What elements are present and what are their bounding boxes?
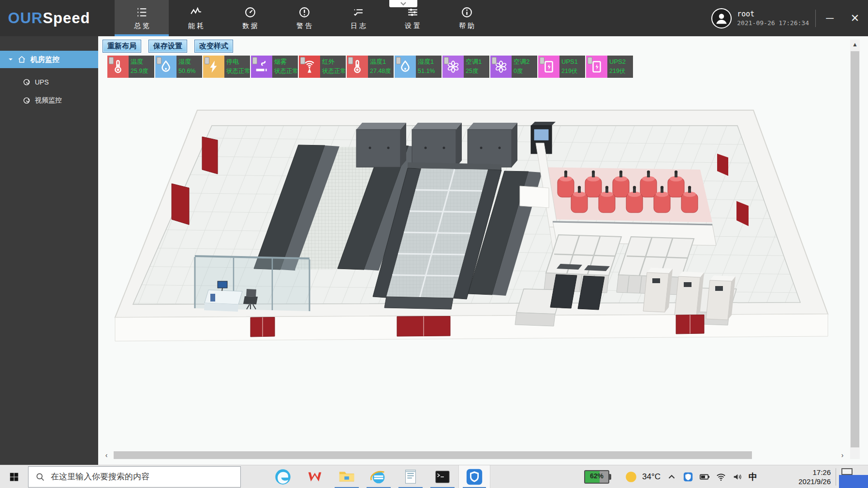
sensor-badge-6[interactable]: 湿度1 51.1% <box>395 56 441 78</box>
sensor-badge-3[interactable]: 烟雾 状态正常 <box>251 56 298 78</box>
vertical-scroll-thumb[interactable] <box>851 51 859 447</box>
collapse-header-tab[interactable] <box>389 0 417 7</box>
toolbar-button-label: 重新布局 <box>107 42 136 50</box>
sidebar-item-2[interactable]: 视频监控 <box>0 96 98 105</box>
windows-logo-icon <box>9 472 19 482</box>
badge-handle <box>109 57 114 64</box>
dial-icon <box>23 97 30 104</box>
badge-handle <box>300 57 305 64</box>
toolbar-button-2[interactable]: 改变样式 <box>194 40 233 53</box>
chevron-down-icon <box>400 1 407 6</box>
start-button[interactable] <box>0 465 28 488</box>
minimize-button[interactable]: ─ <box>817 0 843 36</box>
sensor-value: 状态正常 <box>274 67 297 75</box>
nav-tab-3[interactable]: 警 告 <box>277 0 331 36</box>
taskbar-app-wps[interactable] <box>299 465 331 488</box>
taskbar-app-edge[interactable] <box>267 465 299 488</box>
main-nav: 总 览 能 耗 数 据 警 告 日 志 设 置 帮 助 <box>115 0 494 36</box>
taskbar-clock[interactable]: 17:26 2021/9/26 <box>780 465 831 488</box>
badge-handle <box>157 57 162 64</box>
sensor-badge-7[interactable]: 空调1 25度 <box>442 56 489 78</box>
search-input[interactable] <box>51 472 234 482</box>
home-icon <box>17 55 26 64</box>
file-explorer-icon <box>338 468 356 486</box>
sensor-badge-10[interactable]: UPS2 219伏 <box>586 56 633 78</box>
dial-icon <box>23 78 30 86</box>
wps-icon <box>306 468 324 486</box>
taskbar-search[interactable] <box>28 466 241 488</box>
popup-window-corner[interactable] <box>839 475 868 488</box>
tray-battery-icon[interactable] <box>699 472 710 482</box>
info-icon <box>461 6 473 18</box>
nav-label: 警 告 <box>296 22 312 30</box>
horizontal-scroll-thumb[interactable] <box>114 451 752 459</box>
nav-tab-0[interactable]: 总 览 <box>115 0 169 36</box>
battery-nub <box>609 474 611 480</box>
sensor-value: 状态正常 <box>226 67 249 75</box>
taskbar-app-cmd[interactable] <box>427 465 458 488</box>
ie-icon <box>369 468 388 486</box>
taskbar-app-shield-app[interactable] <box>458 465 490 488</box>
close-button[interactable]: ✕ <box>842 0 868 36</box>
toolbar-button-label: 改变样式 <box>199 42 228 50</box>
toolbar-button-0[interactable]: 重新布局 <box>103 40 141 53</box>
sensor-badge-4[interactable]: 红外 状态正常 <box>299 56 346 78</box>
toolbar-button-1[interactable]: 保存设置 <box>148 40 187 53</box>
nav-label: 日 志 <box>351 22 366 30</box>
badge-handle <box>444 57 449 64</box>
taskbar-app-file-explorer[interactable] <box>331 465 363 488</box>
horizontal-scrollbar[interactable]: ‹ › <box>102 451 847 459</box>
sensor-label: 湿度 <box>178 57 201 67</box>
sensor-value: 219伏 <box>561 67 584 75</box>
office-partition <box>195 256 309 312</box>
scroll-right-arrow-icon[interactable]: › <box>838 451 847 459</box>
sidebar-item-0[interactable]: 机房监控 <box>0 51 98 68</box>
nav-tab-1[interactable]: 能 耗 <box>169 0 223 36</box>
sensor-label: 温度1 <box>370 57 393 67</box>
sensor-badge-8[interactable]: 空调2 0度 <box>490 56 537 78</box>
battery-percent-widget[interactable]: 62% <box>584 470 612 484</box>
avatar[interactable] <box>711 8 732 29</box>
chevron-up-icon[interactable] <box>666 472 677 482</box>
taskbar-app-notepad[interactable] <box>395 465 427 488</box>
sensor-badge-2[interactable]: 停电 状态正常 <box>203 56 250 78</box>
user-icon <box>714 11 729 26</box>
wifi-icon[interactable] <box>716 472 726 482</box>
sensor-value: 25.9度 <box>131 67 153 75</box>
sensor-badge-1[interactable]: 湿度 50.6% <box>155 56 202 78</box>
badge-handle <box>348 57 353 64</box>
user-name: root <box>737 10 809 18</box>
windows-taskbar: 62% 34°C 中 17:26 2021/9/26 <box>0 465 868 488</box>
sensor-badge-5[interactable]: 温度1 27.48度 <box>347 56 394 78</box>
sidebar-item-1[interactable]: UPS <box>0 78 98 86</box>
system-tray: 中 <box>666 465 757 488</box>
notification-rect-icon[interactable] <box>841 468 853 475</box>
nav-tab-6[interactable]: 帮 助 <box>440 0 494 36</box>
nav-label: 数 据 <box>242 22 258 30</box>
scroll-left-arrow-icon[interactable]: ‹ <box>102 451 111 459</box>
vertical-scrollbar[interactable]: ▲ <box>850 40 860 459</box>
nav-tab-2[interactable]: 数 据 <box>223 0 277 36</box>
badge-handle <box>252 57 257 64</box>
speaker-icon[interactable] <box>732 472 743 482</box>
sensor-badge-0[interactable]: 温度 25.9度 <box>107 56 154 78</box>
search-icon <box>35 472 45 482</box>
user-block[interactable]: root 2021-09-26 17:26:34 <box>711 0 809 36</box>
tray-shield-icon[interactable] <box>683 472 693 482</box>
nav-label: 能 耗 <box>188 22 204 30</box>
alert-icon <box>298 6 310 18</box>
cmd-icon <box>433 468 452 486</box>
ime-indicator[interactable]: 中 <box>749 471 757 483</box>
sensor-label: 空调2 <box>514 57 536 67</box>
sensor-badge-9[interactable]: UPS1 219伏 <box>538 56 585 78</box>
taskbar-app-ie[interactable] <box>363 465 395 488</box>
badge-handle <box>540 57 544 64</box>
scroll-up-arrow-icon[interactable]: ▲ <box>850 40 860 49</box>
weather-widget[interactable]: 34°C <box>625 465 661 488</box>
settings-icon <box>407 6 419 18</box>
badge-handle <box>588 57 592 64</box>
nav-tab-4[interactable]: 日 志 <box>331 0 385 36</box>
sensor-value: 0度 <box>514 67 536 75</box>
sensor-value: 状态正常 <box>322 67 345 75</box>
badge-handle <box>396 57 401 64</box>
